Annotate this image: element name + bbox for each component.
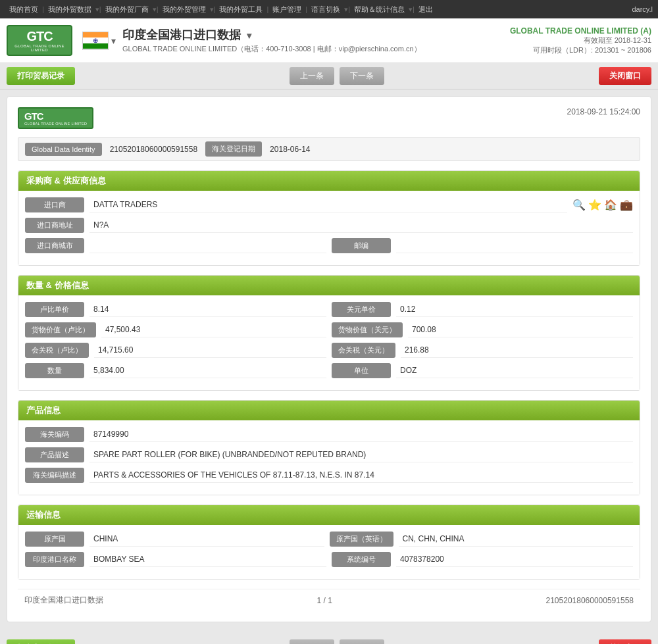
toolbar-top: 打印贸易记录 上一条 下一条 关闭窗口 [0, 63, 658, 89]
country-flag-area: ⊕ ▾ [82, 32, 116, 50]
search-icon[interactable]: 🔍 [572, 199, 586, 211]
customs-date-label: 海关登记日期 [205, 141, 262, 157]
total-tax-rupee-value: 14,715.60 [94, 343, 326, 358]
customs-date-value: 2018-06-14 [270, 145, 310, 154]
ldr-info: 可用时段（LDR）: 201301 ~ 201806 [510, 45, 651, 55]
importer-city-row: 进口商城市 邮编 [25, 238, 633, 253]
star-icon[interactable]: ⭐ [588, 199, 601, 211]
product-info-section: 产品信息 海关编码 87149990 产品描述 SPARE PART ROLLE… [18, 400, 640, 495]
hs-desc-label: 海关编码描述 [25, 468, 84, 483]
print-button-top[interactable]: 打印贸易记录 [7, 67, 75, 85]
company-logo: GTC GLOBAL TRADE ONLINE LIMITED [7, 22, 72, 59]
importer-row: 进口商 DATTA TRADERS 🔍 ⭐ 🏠 💼 [25, 197, 633, 212]
header-top-right: GLOBAL TRADE ONLINE LIMITED (A) 有效期至 201… [510, 26, 651, 55]
toolbar-bottom: 打印贸易记录 上一条 下一条 关闭窗口 [0, 635, 658, 644]
flag-dropdown-icon[interactable]: ▾ [111, 36, 116, 46]
total-tax-usd-label: 会关税（关元） [332, 343, 395, 358]
goods-value-rupee-label: 货物价值（卢比） [25, 322, 96, 337]
nav-trade-data[interactable]: 我的外贸数据 [44, 5, 95, 14]
zip-value [396, 239, 633, 253]
system-code-label: 系统编号 [332, 552, 391, 567]
record-card: GTC GLOBAL TRADE ONLINE LIMITED 2018-09-… [7, 96, 651, 622]
global-data-identity-value: 21052018060000591558 [110, 145, 197, 154]
prev-button-bottom[interactable]: 上一条 [290, 639, 334, 644]
home-icon[interactable]: 🏠 [604, 199, 617, 211]
close-button-top[interactable]: 关闭窗口 [599, 67, 651, 85]
identity-bar: Global Data Identity 2105201806000059155… [18, 137, 640, 161]
unit-label: 单位 [332, 363, 391, 378]
india-flag: ⊕ [82, 32, 109, 50]
transport-info-header: 运输信息 [18, 505, 640, 525]
pagination-source: 印度全国港口进口数据 [24, 595, 103, 606]
user-display: darcy.l [632, 5, 653, 13]
quantity-price-body: 卢比单价 8.14 关元单价 0.12 货物价值（卢比） 47,500.43 货… [18, 295, 640, 390]
product-desc-value: SPARE PART ROLLER (FOR BIKE) (UNBRANDED/… [89, 448, 633, 462]
importer-icons: 🔍 ⭐ 🏠 💼 [572, 199, 633, 211]
nav-language[interactable]: 语言切换 [307, 5, 344, 14]
title-dropdown-icon[interactable]: ▾ [247, 30, 251, 41]
print-button-bottom[interactable]: 打印贸易记录 [7, 639, 75, 644]
page-title-area: 印度全国港口进口数据 ▾ GLOBAL TRADE ONLINE LIMITED… [122, 27, 510, 54]
system-code-value: 4078378200 [396, 553, 633, 567]
zip-label: 邮编 [332, 238, 391, 253]
transport-info-body: 原产国 CHINA 原产国（英语） CN, CHN, CHINA 印度港口名称 … [18, 525, 640, 579]
buyer-supplier-section: 采购商 & 供应商信息 进口商 DATTA TRADERS 🔍 ⭐ 🏠 💼 进口… [18, 170, 640, 266]
importer-label: 进口商 [25, 197, 84, 212]
buyer-supplier-header: 采购商 & 供应商信息 [18, 171, 640, 191]
close-button-bottom[interactable]: 关闭窗口 [599, 639, 651, 644]
hs-desc-value: PARTS & ACCESSORIES OF THE VEHICLES OF 8… [89, 468, 633, 483]
price-row-2: 货物价值（卢比） 47,500.43 货物价值（关元） 700.08 [25, 322, 633, 337]
hs-desc-row: 海关编码描述 PARTS & ACCESSORIES OF THE VEHICL… [25, 468, 633, 483]
nav-trade-management[interactable]: 我的外贸管理 [159, 5, 210, 14]
importer-address-row: 进口商地址 N?A [25, 218, 633, 233]
goods-value-rupee-value: 47,500.43 [101, 323, 326, 337]
card-header: GTC GLOBAL TRADE ONLINE LIMITED 2018-09-… [18, 107, 640, 129]
global-data-identity-label: Global Data Identity [25, 143, 102, 156]
quantity-price-header: 数量 & 价格信息 [18, 276, 640, 295]
contact-info: GLOBAL TRADE ONLINE LIMITED（电话：400-710-3… [122, 44, 510, 54]
quantity-label: 数量 [25, 363, 84, 378]
product-desc-row: 产品描述 SPARE PART ROLLER (FOR BIKE) (UNBRA… [25, 447, 633, 462]
hs-code-label: 海关编码 [25, 427, 84, 442]
goods-value-usd-label: 货物价值（关元） [332, 322, 403, 337]
nav-logout[interactable]: 退出 [415, 5, 437, 14]
origin-country-en-value: CN, CHN, CHINA [399, 532, 634, 547]
importer-city-value [89, 239, 326, 253]
usd-unit-label: 关元单价 [332, 302, 391, 317]
briefcase-icon[interactable]: 💼 [620, 199, 633, 211]
unit-value: DOZ [396, 364, 633, 378]
record-datetime: 2018-09-21 15:24:00 [567, 107, 640, 116]
page-title: 印度全国港口进口数据 ▾ [122, 27, 510, 43]
importer-address-value: N?A [89, 218, 633, 233]
transport-info-section: 运输信息 原产国 CHINA 原产国（英语） CN, CHN, CHINA 印度… [18, 505, 640, 580]
origin-country-value: CHINA [89, 532, 324, 547]
origin-country-en-label: 原产国（英语） [330, 532, 393, 547]
total-tax-usd-value: 216.88 [401, 343, 633, 358]
quantity-price-section: 数量 & 价格信息 卢比单价 8.14 关元单价 0.12 货物价值（卢比） 4… [18, 275, 640, 391]
origin-country-row: 原产国 CHINA 原产国（英语） CN, CHN, CHINA [25, 532, 633, 547]
nav-trade-tools[interactable]: 我的外贸工具 [215, 5, 266, 14]
total-tax-rupee-label: 会关税（卢比） [25, 343, 89, 358]
product-info-header: 产品信息 [18, 401, 640, 420]
top-navigation: 我的首页 | 我的外贸数据 ▾ | 我的外贸厂商 ▾ | 我的外贸管理 ▾ | … [0, 0, 658, 18]
company-name: GLOBAL TRADE ONLINE LIMITED (A) [510, 26, 651, 36]
goods-value-usd-value: 700.08 [408, 323, 633, 337]
pagination-bar: 印度全国港口进口数据 1 / 1 21052018060000591558 [18, 589, 640, 611]
nav-trade-manufacturer[interactable]: 我的外贸厂商 [101, 5, 153, 14]
nav-account[interactable]: 账户管理 [268, 5, 305, 14]
nav-home[interactable]: 我的首页 [5, 5, 42, 14]
hs-code-value: 87149990 [89, 428, 633, 442]
nav-help[interactable]: 帮助＆统计信息 [350, 5, 409, 14]
main-content: GTC GLOBAL TRADE ONLINE LIMITED 2018-09-… [0, 89, 658, 635]
next-button-bottom[interactable]: 下一条 [340, 639, 384, 644]
prev-button-top[interactable]: 上一条 [290, 67, 334, 85]
pagination-record-id: 21052018060000591558 [546, 596, 634, 605]
product-desc-label: 产品描述 [25, 447, 84, 462]
chakra-icon: ⊕ [93, 37, 98, 44]
rupee-unit-value: 8.14 [89, 303, 326, 317]
next-button-top[interactable]: 下一条 [340, 67, 384, 85]
buyer-supplier-body: 进口商 DATTA TRADERS 🔍 ⭐ 🏠 💼 进口商地址 N?A 进口商城… [18, 191, 640, 265]
usd-unit-value: 0.12 [396, 303, 633, 317]
india-port-row: 印度港口名称 BOMBAY SEA 系统编号 4078378200 [25, 552, 633, 567]
page-header: GTC GLOBAL TRADE ONLINE LIMITED ⊕ ▾ 印度全国… [0, 18, 658, 63]
